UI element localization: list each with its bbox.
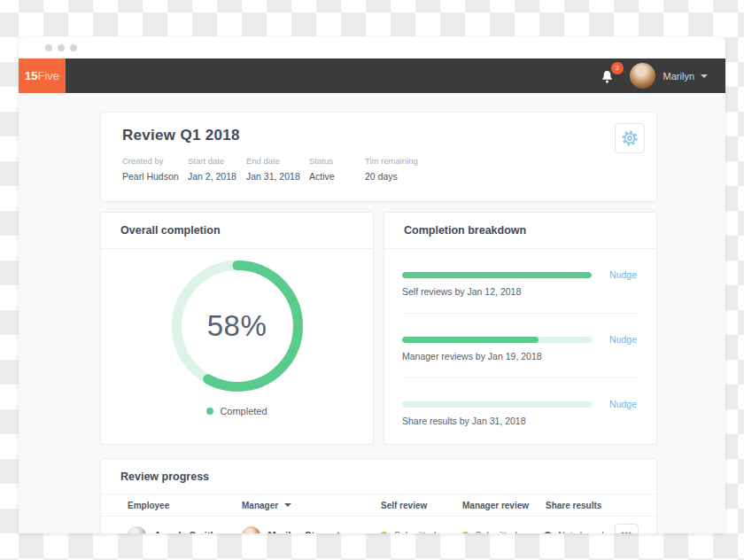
meta-time-remaining: Tim remaining 20 days [365,156,418,182]
meta-value: Jan 2, 2018 [188,171,246,182]
card-title: Completion breakdown [384,213,656,249]
donut-chart-area: 58% Completed [101,249,373,416]
review-summary-card: Review Q1 2018 Created by Pearl Hudson S… [100,112,657,202]
breakdown-row-share-results: Nudge Share results by Jan 31, 2018 [402,378,637,442]
progress-bar-fill [402,337,539,343]
nudge-link[interactable]: Nudge [603,334,637,345]
completion-donut-chart: 58% [171,260,304,393]
meta-label: Created by [122,156,188,166]
status-label: Submitted [476,530,517,533]
status-dot-submitted-icon [380,532,388,534]
notification-count-badge: 3 [611,62,624,74]
column-header-share-results[interactable]: Share results [546,501,616,510]
overall-completion-card: Overall completion 58% Completed [100,212,374,445]
window-control-icon[interactable] [45,44,52,51]
review-meta-row: Created by Pearl Hudson Start date Jan 2… [122,156,635,182]
logo-text-bold: 15 [25,69,37,82]
column-header-self-review[interactable]: Self review [381,501,462,510]
manager-avatar[interactable] [242,526,260,534]
window-control-icon[interactable] [70,44,77,51]
column-header-manager[interactable]: Manager [242,501,381,510]
gear-icon [621,129,639,147]
settings-button[interactable] [615,123,645,153]
card-title: Overall completion [101,213,373,249]
logo-text-light: Five [37,69,59,82]
progress-bar-track [402,272,592,278]
progress-bar-label: Share results by Jan 31, 2018 [402,416,637,426]
nudge-link[interactable]: Nudge [603,269,637,280]
meta-end-date: End date Jan 31, 2018 [246,156,309,182]
progress-bar-track [402,337,592,343]
meta-value: 20 days [365,171,418,182]
share-results-status: Not shared [544,530,615,533]
progress-bar-label: Manager reviews by Jan 19, 2018 [402,351,637,362]
breakdown-row-manager-reviews: Nudge Manager reviews by Jan 19, 2018 [402,314,637,378]
progress-bar-label: Self reviews by Jan 12, 2018 [402,286,637,297]
meta-created-by: Created by Pearl Hudson [122,156,188,182]
card-title: Review progress [101,459,656,494]
employee-name: Angela Smith [154,530,216,533]
cards-row: Overall completion 58% Completed [100,212,657,445]
breakdown-rows: Nudge Self reviews by Jan 12, 2018 Nudge… [384,249,656,442]
status-dot-not-shared-icon [544,532,552,534]
column-header-manager-review[interactable]: Manager review [462,501,546,510]
meta-start-date: Start date Jan 2, 2018 [188,156,246,182]
progress-bar-track [402,401,592,408]
employee-avatar[interactable] [128,526,146,534]
app-window: 15Five 3 Marilyn Review Q1 2018 Created … [19,36,725,533]
notifications-button[interactable]: 3 [600,67,617,85]
column-header-employee[interactable]: Employee [128,501,242,510]
completion-breakdown-card: Completion breakdown Nudge Self reviews … [384,212,657,445]
legend-dot-icon [206,408,213,415]
meta-label: Tim remaining [365,156,418,166]
header-right-group: 3 Marilyn [600,63,725,89]
user-name: Marilyn [663,71,694,82]
status-label: Not shared [558,530,603,533]
meta-label: Start date [188,156,246,166]
manager-review-status: Submitted [461,530,545,533]
page-content: Review Q1 2018 Created by Pearl Hudson S… [19,93,725,533]
column-header-label: Manager [242,501,278,510]
app-header: 15Five 3 Marilyn [19,58,725,93]
self-review-status: Submitted [380,530,461,533]
browser-titlebar [19,36,725,58]
meta-value: Jan 31, 2018 [246,171,309,182]
window-control-icon[interactable] [58,44,65,51]
progress-bar-fill [402,272,592,278]
manager-cell: Marilyn Stewart [242,526,380,534]
sort-caret-icon [284,503,291,507]
donut-percent-label: 58% [171,260,304,393]
chevron-down-icon[interactable] [701,74,708,78]
review-progress-card: Review progress Employee Manager Self re… [100,458,657,533]
meta-label: Status [309,156,365,166]
employee-cell: Angela Smith [128,526,242,534]
row-more-actions-button[interactable]: ••• [615,524,639,533]
meta-value: Pearl Hudson [122,171,188,182]
status-label: Submitted [394,530,436,533]
status-dot-submitted-icon [461,532,469,534]
table-row: Angela Smith Marilyn Stewart Submitted S… [101,517,656,533]
page-title: Review Q1 2018 [122,127,635,144]
page-background: { "window": { "logo_part1": "15", "logo_… [0,0,744,560]
manager-name: Marilyn Stewart [268,530,340,533]
chart-legend: Completed [206,406,267,416]
meta-status: Status Active [309,156,365,182]
meta-label: End date [246,156,309,166]
meta-value: Active [309,171,365,182]
legend-label: Completed [220,406,267,416]
15five-logo[interactable]: 15Five [19,58,66,93]
nudge-link[interactable]: Nudge [603,399,637,409]
breakdown-row-self-reviews: Nudge Self reviews by Jan 12, 2018 [402,249,637,314]
table-header-row: Employee Manager Self review Manager rev… [101,498,656,512]
user-avatar[interactable] [630,63,655,89]
